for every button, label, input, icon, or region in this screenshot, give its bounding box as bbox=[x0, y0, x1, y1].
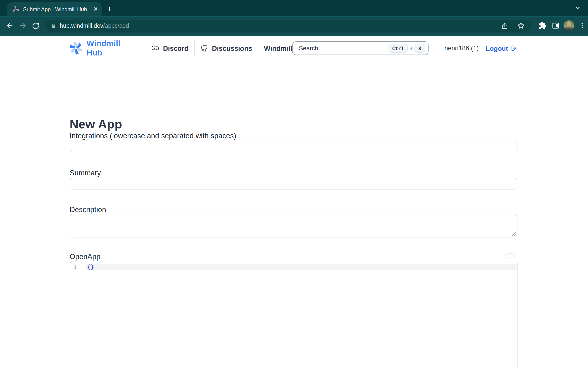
search-box[interactable]: Ctrl + K bbox=[292, 41, 428, 55]
editor-gutter bbox=[70, 262, 86, 367]
kebab-menu-icon[interactable] bbox=[576, 20, 588, 32]
new-app-form: New App Integrations (lowercase and sepa… bbox=[0, 60, 588, 367]
page-body: Windmill Hub Discord bbox=[0, 36, 588, 367]
windmill-logo-icon bbox=[70, 42, 82, 55]
nav-item-discord[interactable]: Discord bbox=[151, 44, 188, 52]
page-title: New App bbox=[70, 117, 122, 131]
kbd-k: K bbox=[415, 44, 425, 53]
forward-icon[interactable] bbox=[17, 20, 28, 32]
summary-input[interactable] bbox=[70, 177, 517, 190]
nav-item-discussions[interactable]: Discussions bbox=[200, 44, 252, 52]
resize-grip-icon[interactable] bbox=[511, 231, 516, 236]
openapp-toggle[interactable] bbox=[505, 253, 516, 259]
back-icon[interactable] bbox=[4, 20, 15, 32]
brand-name: Windmill Hub bbox=[87, 39, 131, 58]
nav-label: Discord bbox=[163, 44, 188, 52]
nav-divider bbox=[258, 41, 258, 56]
search-input[interactable] bbox=[298, 44, 388, 52]
integrations-label: Integrations (lowercase and separated wi… bbox=[70, 131, 236, 140]
tab-close-icon[interactable]: ✕ bbox=[94, 6, 98, 12]
editor-line-number: 1 bbox=[73, 264, 77, 270]
brand[interactable]: Windmill Hub bbox=[70, 39, 131, 58]
lock-icon bbox=[51, 23, 56, 29]
site-header: Windmill Hub Discord bbox=[70, 36, 517, 60]
extensions-puzzle-icon[interactable] bbox=[537, 20, 548, 32]
summary-label: Summary bbox=[70, 168, 101, 177]
openapp-label: OpenApp bbox=[70, 252, 101, 261]
bookmark-star-icon[interactable] bbox=[515, 20, 526, 32]
nav-item-windmill[interactable]: Windmill bbox=[264, 44, 292, 52]
nav-divider bbox=[194, 41, 194, 56]
reload-icon[interactable] bbox=[30, 20, 42, 32]
kbd-plus: + bbox=[410, 45, 413, 51]
new-tab-button[interactable]: + bbox=[107, 5, 112, 13]
windmill-favicon-icon bbox=[12, 6, 19, 13]
browser-window: Submit App | Windmill Hub ✕ + hub.windmi… bbox=[0, 0, 588, 367]
nav-label: Discussions bbox=[212, 44, 252, 52]
browser-tab[interactable]: Submit App | Windmill Hub ✕ bbox=[7, 2, 102, 16]
nav-label: Windmill bbox=[264, 44, 292, 52]
browser-toolbar: hub.windmill.dev/apps/add bbox=[0, 16, 588, 36]
side-panel-icon[interactable] bbox=[550, 20, 561, 32]
description-textarea[interactable] bbox=[70, 214, 517, 237]
editor-code-line[interactable]: {} bbox=[87, 264, 94, 270]
discord-icon bbox=[151, 44, 159, 52]
tab-strip: Submit App | Windmill Hub ✕ + bbox=[0, 0, 588, 16]
tab-title: Submit App | Windmill Hub bbox=[23, 6, 91, 12]
url-text: hub.windmill.dev/apps/add bbox=[60, 23, 129, 29]
url-bar[interactable]: hub.windmill.dev/apps/add bbox=[46, 20, 531, 32]
user-box: henri186 (1) Logout bbox=[445, 44, 517, 52]
logout-link[interactable]: Logout bbox=[486, 44, 517, 52]
avatar[interactable] bbox=[563, 20, 574, 32]
kbd-ctrl: Ctrl bbox=[388, 44, 408, 53]
github-icon bbox=[200, 44, 208, 52]
tab-search-chevron-icon[interactable] bbox=[574, 5, 581, 13]
editor-active-line bbox=[86, 264, 516, 270]
description-label: Description bbox=[70, 205, 106, 214]
share-icon[interactable] bbox=[499, 20, 510, 32]
logout-icon bbox=[510, 45, 517, 52]
username: henri186 (1) bbox=[445, 45, 479, 52]
integrations-input[interactable] bbox=[70, 140, 517, 152]
main-nav: Discord Discussions Windmill bbox=[151, 41, 292, 56]
openapp-code-editor[interactable]: 1 {} bbox=[70, 262, 517, 367]
